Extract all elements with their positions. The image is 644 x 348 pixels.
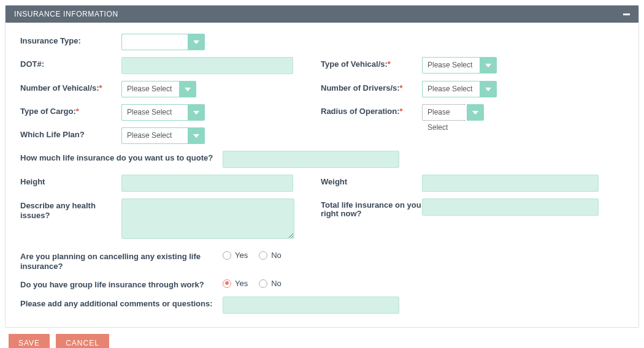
panel-title: INSURANCE INFORMATION [14, 10, 118, 18]
label-num-vehicles: Number of Vehical/s:* [20, 81, 121, 93]
svg-marker-6 [193, 134, 199, 138]
svg-marker-4 [193, 111, 199, 115]
chevron-down-icon [188, 127, 205, 144]
chevron-down-icon [179, 81, 196, 97]
label-weight: Weight [321, 175, 422, 187]
svg-marker-5 [472, 111, 478, 115]
chevron-down-icon [467, 104, 484, 121]
chevron-down-icon [480, 57, 497, 74]
select-value: Please Select [121, 104, 188, 121]
radio-label: No [271, 279, 282, 288]
group-life-yes[interactable]: Yes [223, 279, 248, 288]
chevron-down-icon [188, 34, 205, 50]
footer-buttons: SAVE CANCEL [5, 328, 639, 348]
group-life-no[interactable]: No [259, 279, 282, 288]
cancel-existing-radio-group: Yes No [223, 249, 282, 260]
label-insurance-type: Insurance Type: [20, 34, 121, 46]
insurance-panel: INSURANCE INFORMATION Insurance Type: [5, 5, 639, 328]
label-cargo-type: Type of Cargo:* [20, 104, 121, 116]
radius-select[interactable]: Please Select [422, 104, 484, 121]
label-cancel-existing: Are you planning on cancelling any exist… [20, 249, 223, 271]
label-total-life: Total life insurance on you right now? [321, 199, 422, 218]
total-life-input[interactable] [422, 199, 599, 216]
weight-input[interactable] [422, 175, 599, 192]
label-group-life: Do you have group life insurance through… [20, 278, 223, 290]
cancel-button[interactable]: CANCEL [56, 334, 109, 348]
label-radius: Radius of Operation:* [321, 104, 422, 116]
label-comments: Please add any additional comments or qu… [20, 297, 223, 309]
select-value: Please Select [121, 127, 188, 144]
svg-marker-2 [185, 88, 191, 91]
select-value [121, 34, 188, 50]
select-value: Please Select [422, 104, 465, 121]
form-container: INSURANCE INFORMATION Insurance Type: [0, 0, 644, 348]
radio-label: No [271, 251, 282, 260]
radio-icon [223, 279, 231, 288]
life-plan-select[interactable]: Please Select [121, 127, 205, 144]
save-button[interactable]: SAVE [9, 334, 50, 348]
cancel-existing-no[interactable]: No [259, 251, 282, 260]
select-value: Please Select [422, 57, 480, 74]
svg-marker-0 [193, 40, 199, 44]
svg-marker-1 [485, 64, 491, 67]
quote-amount-input[interactable] [223, 151, 399, 168]
panel-body: Insurance Type: DOT#: [6, 23, 638, 327]
num-vehicles-select[interactable]: Please Select [121, 81, 196, 97]
select-value: Please Select [121, 81, 179, 97]
minus-icon[interactable] [623, 13, 630, 15]
panel-header[interactable]: INSURANCE INFORMATION [6, 6, 638, 23]
vehicle-type-select[interactable]: Please Select [422, 57, 497, 74]
radio-icon [259, 279, 267, 288]
label-health: Describe any health issues? [20, 199, 121, 220]
chevron-down-icon [480, 81, 497, 97]
select-value: Please Select [422, 81, 480, 97]
num-drivers-select[interactable]: Please Select [422, 81, 497, 97]
height-input[interactable] [121, 175, 293, 192]
health-textarea[interactable] [121, 199, 294, 239]
svg-marker-3 [485, 88, 491, 91]
dot-input[interactable] [121, 57, 293, 74]
radio-label: Yes [235, 279, 248, 288]
cargo-type-select[interactable]: Please Select [121, 104, 205, 121]
label-quote-amount: How much life insurance do you want us t… [20, 151, 223, 163]
chevron-down-icon [188, 104, 205, 121]
radio-label: Yes [235, 251, 248, 260]
cancel-existing-yes[interactable]: Yes [223, 251, 248, 260]
group-life-radio-group: Yes No [223, 278, 282, 288]
radio-icon [259, 251, 267, 260]
label-vehicle-type: Type of Vehical/s:* [321, 57, 422, 69]
insurance-type-select[interactable] [121, 34, 205, 50]
label-num-drivers: Number of Drivers/s:* [321, 81, 422, 93]
label-height: Height [20, 175, 121, 187]
label-life-plan: Which Life Plan? [20, 127, 121, 140]
label-dot: DOT#: [20, 57, 121, 69]
radio-icon [223, 251, 231, 260]
comments-input[interactable] [223, 297, 399, 314]
